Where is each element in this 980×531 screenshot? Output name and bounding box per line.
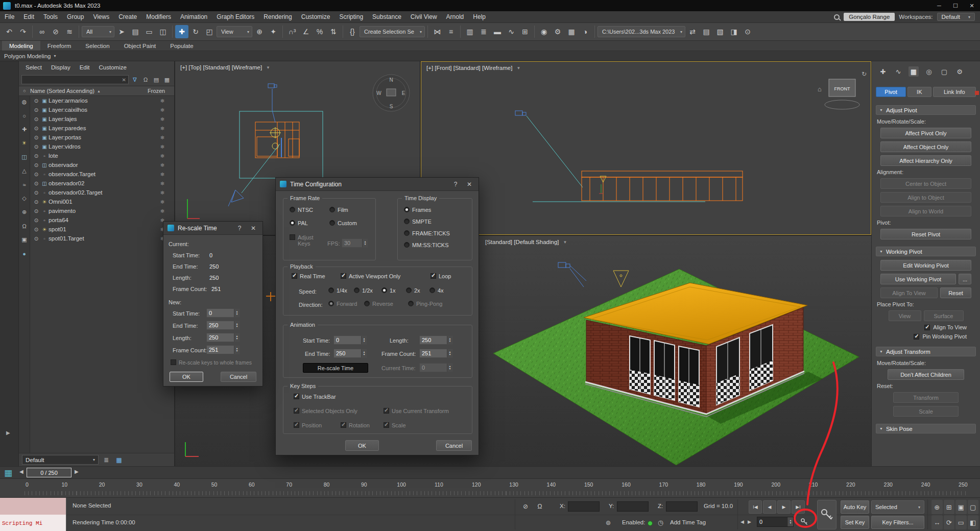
toggle-ribbon-icon[interactable]: ▬ [491, 25, 504, 38]
reset-working-pivot-button[interactable]: Reset [940, 287, 971, 298]
custom-radio[interactable]: Custom [329, 220, 357, 226]
smpte-radio[interactable]: SMPTE [404, 219, 432, 225]
scale-checkbox[interactable]: Scale [384, 422, 406, 428]
film-radio[interactable]: Film [329, 207, 348, 213]
menu-file[interactable]: File [0, 11, 19, 22]
list-item[interactable]: ⊙▣Layer:vidros❄ [30, 142, 174, 151]
list-item[interactable]: ⊙◫observador❄ [30, 160, 174, 170]
utilities-tab-icon[interactable]: ⚙ [954, 66, 965, 77]
position-checkbox[interactable]: Position [294, 422, 322, 428]
rendered-frame-window-icon[interactable]: ▦ [565, 25, 578, 38]
visibility-eye-icon[interactable]: ⊙ [32, 208, 40, 214]
align-icon[interactable]: ≡ [444, 25, 458, 38]
asset-tracking-icon[interactable]: ⇄ [686, 25, 699, 38]
select-and-link-icon[interactable]: ∞ [35, 25, 49, 38]
layer-stack-icon[interactable]: ▤ [700, 25, 713, 38]
track-bar[interactable]: 0102030405060708090100110120130140150160… [0, 478, 980, 497]
set-keys-button[interactable] [817, 500, 836, 529]
affect-object-only-button[interactable]: Affect Object Only [880, 141, 971, 152]
visibility-eye-icon[interactable]: ⊙ [32, 98, 40, 104]
ribbon-tab-selection[interactable]: Selection [78, 41, 116, 51]
visibility-eye-icon[interactable]: ⊙ [32, 218, 40, 223]
maxscript-mini-listener[interactable]: Scripting Mi [0, 498, 66, 531]
list-item[interactable]: ⊙▣Layer:portas❄ [30, 133, 174, 142]
edit-named-selection-sets-icon[interactable]: {} [346, 25, 359, 38]
menu-graph-editors[interactable]: Graph Editors [212, 11, 259, 22]
z-coordinate-field[interactable] [666, 501, 698, 512]
redo-icon[interactable]: ↷ [16, 25, 30, 38]
help-info-icon[interactable]: ⊙ [741, 25, 754, 38]
new-start-time-field[interactable]: 0▴▾ [206, 308, 240, 318]
previous-frame-button[interactable]: ◀ [763, 500, 776, 514]
speed-1x-radio[interactable]: 1x [381, 287, 396, 294]
visibility-eye-icon[interactable]: ⊙ [32, 107, 40, 113]
next-frame-arrow[interactable]: ▶ [75, 469, 79, 474]
re-scale-time-button[interactable]: Re-scale Time [303, 363, 368, 373]
explorer-menu-select[interactable]: Select [21, 64, 46, 70]
dialog-titlebar[interactable]: Time Configuration ? ✕ [276, 178, 479, 191]
clock-icon[interactable]: ◷ [658, 519, 663, 526]
new-frame-count-field[interactable]: 251▴▾ [206, 345, 240, 354]
viewport-display-icon[interactable]: ◨ [727, 25, 740, 38]
edit-working-pivot-button[interactable]: Edit Working Pivot [880, 260, 971, 271]
dont-affect-children-button[interactable]: Don't Affect Children [888, 369, 964, 380]
spinner-snap-toggle-icon[interactable]: ⇅ [327, 25, 340, 38]
ntsc-radio[interactable]: NTSC [290, 207, 313, 213]
cancel-button[interactable]: Cancel [221, 372, 256, 382]
mirror-icon[interactable]: ⋈ [431, 25, 444, 38]
list-item[interactable]: ⊙▫lote❄ [30, 151, 174, 160]
selection-set-dropdown[interactable]: Selected▾ [871, 500, 924, 514]
layers-icon[interactable]: ≣ [101, 455, 111, 465]
menu-edit[interactable]: Edit [19, 11, 39, 22]
previous-frame-arrow[interactable]: ◀ [19, 469, 23, 474]
user-account-button[interactable]: Gonçalo Range [844, 13, 895, 21]
render-production-icon[interactable]: ◑ [579, 25, 592, 38]
selection-filter-dropdown[interactable]: All▾ [82, 26, 114, 37]
visibility-eye-icon[interactable]: ⊙ [32, 135, 40, 140]
bind-to-space-warp-icon[interactable]: ≋ [63, 25, 76, 38]
frames-radio[interactable]: Frames [404, 207, 431, 213]
close-icon[interactable]: ✕ [464, 181, 474, 188]
speed-half-radio[interactable]: 1/2x [354, 287, 373, 294]
align-to-world-button[interactable]: Align to World [880, 206, 971, 216]
auto-key-button[interactable]: Auto Key [841, 500, 869, 514]
key-mode-toggle-icon[interactable] [799, 516, 810, 527]
length-field[interactable]: 250▴▾ [419, 335, 453, 345]
select-and-manipulate-icon[interactable]: ✦ [267, 25, 280, 38]
display-cameras-icon[interactable]: ◫ [20, 153, 29, 161]
select-and-rotate-icon[interactable]: ↻ [189, 25, 202, 38]
fps-field[interactable]: 30▴▾ [342, 238, 368, 248]
display-containers-icon[interactable]: ▣ [20, 235, 29, 244]
cancel-button[interactable]: Cancel [436, 440, 472, 451]
viewport-menu-icon[interactable]: ▼ [266, 65, 270, 70]
select-by-name-icon[interactable]: ▤ [129, 25, 142, 38]
menu-help[interactable]: Help [468, 11, 490, 22]
panel-scroll-indicator[interactable] [975, 91, 979, 95]
tab-pivot[interactable]: Pivot [876, 87, 906, 97]
reference-coordinate-system-dropdown[interactable]: View▾ [217, 26, 252, 37]
next-key-icon[interactable]: ▶ [748, 519, 751, 524]
zoom-extents-icon[interactable]: ▣ [955, 500, 967, 514]
list-item[interactable]: ⊙▫pavimento❄ [30, 206, 174, 215]
use-trackbar-checkbox[interactable]: Use TrackBar [294, 394, 336, 400]
snaps-toggle-icon[interactable]: ∩³ [285, 25, 299, 38]
filter-funnel-icon[interactable]: ∇ [130, 75, 139, 84]
menu-scripting[interactable]: Scripting [334, 11, 368, 22]
reset-scale-button[interactable]: Scale [893, 406, 959, 417]
go-to-end-button[interactable]: ▶I [792, 500, 805, 514]
ok-button[interactable]: OK [170, 372, 203, 382]
viewport-top-label[interactable]: [+] [Top] [Standard] [Wireframe] [180, 64, 262, 70]
visibility-eye-icon[interactable]: ⊙ [32, 227, 40, 232]
viewport-front[interactable]: [+] [Front] [Standard] [Wireframe]▼ ⌂ FR… [421, 61, 871, 235]
ribbon-tab-populate[interactable]: Populate [163, 41, 200, 51]
new-length-field[interactable]: 250▴▾ [206, 333, 240, 342]
x-coordinate-field[interactable] [568, 501, 600, 512]
pan-view-icon[interactable]: ↔ [931, 515, 943, 529]
list-item[interactable]: ⊙☀spot01❄ [30, 225, 174, 234]
display-lights-icon[interactable]: ☀ [20, 139, 29, 148]
working-pivot-header[interactable]: Working Pivot [876, 247, 976, 256]
adjust-keys-checkbox[interactable]: Adjust Keys [290, 234, 321, 247]
tab-link-info[interactable]: Link Info [933, 87, 976, 97]
visibility-eye-icon[interactable]: ⊙ [32, 172, 40, 177]
percent-snap-toggle-icon[interactable]: % [313, 25, 326, 38]
